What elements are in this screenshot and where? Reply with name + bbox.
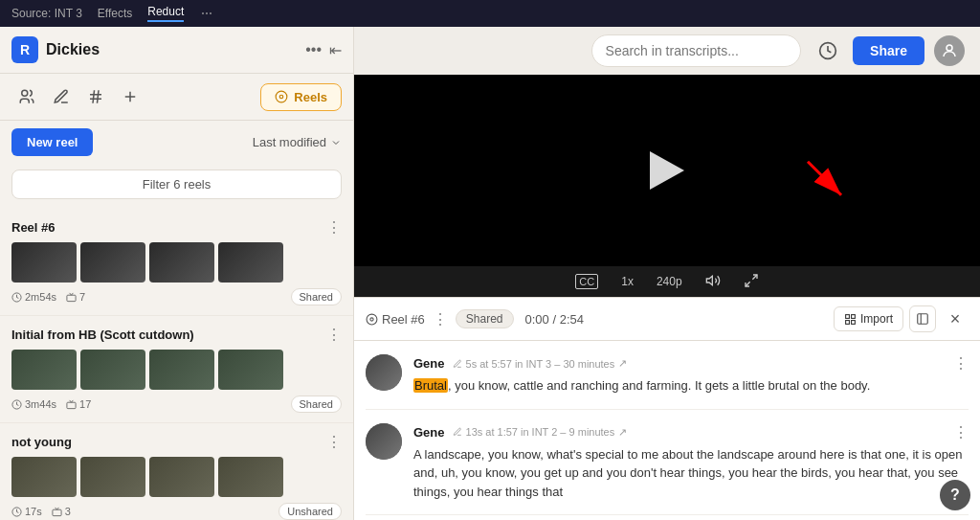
entry-more-button[interactable]: ⋮: [953, 354, 969, 373]
reel-thumbnail: [80, 457, 145, 497]
tag-tool-button[interactable]: [80, 81, 111, 112]
reel-thumbnail: [11, 242, 77, 283]
reel-meta: 2m54s 7 Shared: [11, 288, 342, 305]
transcript-entry: Gene 13s at 1:57 in INT 2 – 9 minutes ↗ …: [366, 410, 969, 516]
unshared-badge: Unshared: [278, 503, 342, 520]
reel-thumbnail: [218, 242, 283, 283]
reel-dots-button[interactable]: ⋮: [433, 310, 448, 328]
speaker-name: Gene: [413, 356, 445, 371]
svg-rect-12: [67, 402, 76, 408]
svg-point-0: [22, 90, 28, 96]
sidebar-collapse-button[interactable]: ⇤: [329, 41, 342, 59]
highlighted-word: Brutal: [413, 378, 448, 393]
entry-content: Gene 5s at 5:57 in INT 3 – 30 minutes ↗ …: [413, 354, 969, 396]
search-input[interactable]: [591, 34, 802, 67]
reel-meta: 3m44s 17 Shared: [11, 396, 342, 413]
reel-item-header: not young ⋮: [11, 433, 342, 451]
sidebar-more-button[interactable]: •••: [305, 41, 322, 58]
svg-rect-27: [846, 320, 850, 324]
reel-clips: 17: [66, 398, 91, 410]
reel-clips: 7: [66, 291, 85, 303]
people-tool-button[interactable]: [11, 81, 42, 112]
script-tool-button[interactable]: [46, 81, 77, 112]
entry-meta: 13s at 1:57 in INT 2 – 9 minutes ↗: [453, 426, 628, 439]
transcript-body: Gene 5s at 5:57 in INT 3 – 30 minutes ↗ …: [354, 341, 980, 520]
reel-thumbnail: [11, 350, 77, 390]
close-button[interactable]: ×: [942, 305, 969, 332]
project-title: Dickies: [46, 41, 298, 58]
speaker-name: Gene: [413, 425, 445, 440]
transcript-actions: Import ×: [834, 305, 969, 332]
svg-rect-26: [852, 320, 856, 324]
reel-thumbnails: [11, 242, 342, 283]
help-button[interactable]: ?: [940, 480, 970, 510]
transcript-header: Reel #6 ⋮ Shared 0:00 / 2:54 Import ×: [354, 297, 980, 341]
volume-button[interactable]: [705, 273, 721, 291]
share-button[interactable]: Share: [853, 36, 924, 65]
reel-more-button[interactable]: ⋮: [326, 218, 342, 237]
svg-rect-14: [53, 509, 61, 515]
reel-duration: 17s: [11, 506, 42, 517]
add-tool-button[interactable]: [115, 81, 145, 112]
entry-content: Gene 13s at 1:57 in INT 2 – 9 minutes ↗ …: [413, 423, 969, 502]
import-button[interactable]: Import: [834, 306, 903, 331]
video-player: [354, 75, 980, 266]
transcript-entry: Gene 5s at 5:57 in INT 3 – 30 minutes ↗ …: [366, 341, 969, 410]
svg-line-21: [746, 282, 750, 286]
shared-badge: Shared: [291, 396, 342, 413]
sort-button[interactable]: Last modified: [253, 135, 342, 149]
svg-line-3: [93, 90, 95, 103]
video-controls: CC 1x 240p: [354, 266, 980, 297]
reel-thumbnail: [218, 350, 283, 390]
reel-thumbnail: [80, 242, 145, 283]
play-button[interactable]: [650, 151, 684, 190]
history-button[interactable]: [813, 35, 843, 66]
reel-duration: 3m44s: [11, 398, 56, 410]
arrow-indicator: [798, 152, 856, 210]
topbar-item-reduct[interactable]: Reduct: [147, 5, 184, 22]
list-item[interactable]: Initial from HB (Scott cutdown) ⋮ 3m44s: [0, 316, 353, 423]
reel-more-button[interactable]: ⋮: [326, 326, 342, 344]
entry-more-button[interactable]: ⋮: [953, 423, 969, 441]
sidebar: R Dickies ••• ⇤ Reels: [0, 27, 354, 520]
svg-line-18: [808, 162, 841, 195]
filter-button[interactable]: Filter 6 reels: [11, 170, 342, 199]
right-header: Share: [354, 27, 980, 75]
reel-thumbnail: [218, 457, 283, 497]
top-bar: Source: INT 3 Effects Reduct ⋯: [0, 0, 980, 27]
reel-title: not young: [11, 435, 72, 449]
reel-duration: 2m54s: [11, 291, 56, 303]
fullscreen-button[interactable]: [744, 273, 759, 291]
entry-header: Gene 13s at 1:57 in INT 2 – 9 minutes ↗ …: [413, 423, 969, 441]
svg-rect-10: [67, 295, 76, 301]
reel-thumbnail: [149, 350, 214, 390]
reels-button[interactable]: Reels: [260, 83, 342, 111]
sidebar-actions: New reel Last modified: [0, 121, 353, 164]
speed-button[interactable]: 1x: [621, 275, 634, 288]
reel-list: Reel #6 ⋮ 2m54s 7: [0, 205, 353, 520]
new-reel-button[interactable]: New reel: [11, 128, 93, 156]
quality-button[interactable]: 240p: [657, 275, 682, 288]
cc-button[interactable]: CC: [575, 274, 598, 289]
filter-bar: Filter 6 reels: [0, 164, 353, 205]
header-right: Share: [813, 35, 965, 66]
shared-status-badge: Shared: [456, 309, 514, 328]
speaker-avatar: [366, 423, 402, 460]
right-panel: Share CC: [354, 27, 980, 520]
topbar-item-effects[interactable]: Effects: [98, 7, 132, 20]
topbar-item-source[interactable]: Source: INT 3: [11, 7, 82, 20]
sidebar-toggle-button[interactable]: [909, 305, 936, 332]
entry-text: Brutal, you know, cattle and ranching an…: [413, 376, 969, 396]
shared-badge: Shared: [291, 288, 342, 305]
list-item[interactable]: not young ⋮ 17s 3: [0, 423, 353, 520]
reel-more-button[interactable]: ⋮: [326, 433, 342, 451]
reel-thumbnails: [11, 350, 342, 390]
svg-line-4: [98, 90, 100, 103]
reel-thumbnail: [149, 242, 214, 283]
user-avatar: [934, 35, 965, 66]
topbar-menu-icon[interactable]: ⋯: [201, 7, 212, 20]
reel-thumbnail: [11, 457, 77, 497]
list-item[interactable]: Reel #6 ⋮ 2m54s 7: [0, 209, 353, 316]
sidebar-header: R Dickies ••• ⇤: [0, 27, 353, 74]
reel-thumbnails: [11, 457, 342, 497]
